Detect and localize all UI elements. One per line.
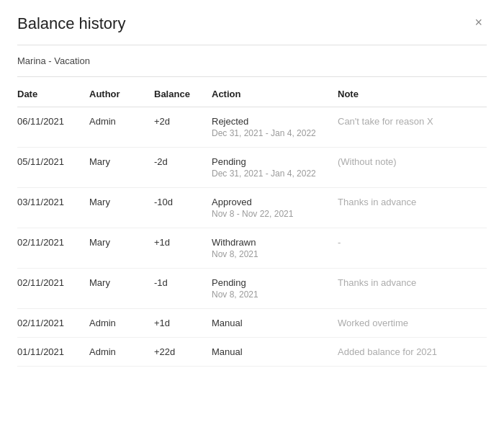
cell-balance: -1d [154, 269, 212, 309]
cell-action: ApprovedNov 8 - Nov 22, 2021 [212, 188, 338, 228]
cell-author: Admin [89, 309, 154, 338]
cell-note: Thanks in advance [338, 269, 487, 309]
balance-table: Date Author Balance Action Note 06/11/20… [17, 80, 487, 367]
cell-date: 06/11/2021 [17, 107, 89, 148]
cell-author: Mary [89, 269, 154, 309]
action-sub: Nov 8, 2021 [212, 289, 332, 300]
cell-action: RejectedDec 31, 2021 - Jan 4, 2022 [212, 107, 338, 148]
cell-note: - [338, 228, 487, 269]
table-row: 03/11/2021Mary-10dApprovedNov 8 - Nov 22… [17, 188, 487, 228]
cell-author: Mary [89, 228, 154, 269]
cell-action: WithdrawnNov 8, 2021 [212, 228, 338, 269]
modal-header: Balance history × [17, 14, 487, 45]
cell-balance: -10d [154, 188, 212, 228]
table-row: 01/11/2021Admin+22dManualAdded balance f… [17, 338, 487, 367]
col-header-author: Author [89, 80, 154, 107]
cell-balance: -2d [154, 148, 212, 188]
col-header-date: Date [17, 80, 89, 107]
cell-balance: +1d [154, 228, 212, 269]
close-button[interactable]: × [470, 14, 487, 30]
cell-date: 02/11/2021 [17, 309, 89, 338]
cell-author: Mary [89, 188, 154, 228]
cell-author: Admin [89, 107, 154, 148]
cell-balance: +2d [154, 107, 212, 148]
cell-note: (Without note) [338, 148, 487, 188]
table-row: 05/11/2021Mary-2dPendingDec 31, 2021 - J… [17, 148, 487, 188]
col-header-balance: Balance [154, 80, 212, 107]
cell-date: 03/11/2021 [17, 188, 89, 228]
cell-author: Admin [89, 338, 154, 367]
cell-note: Thanks in advance [338, 188, 487, 228]
cell-date: 05/11/2021 [17, 148, 89, 188]
cell-action: PendingDec 31, 2021 - Jan 4, 2022 [212, 148, 338, 188]
cell-action: Manual [212, 309, 338, 338]
action-sub: Nov 8 - Nov 22, 2021 [212, 209, 332, 219]
col-header-note: Note [338, 80, 487, 107]
action-main: Pending [212, 156, 332, 167]
modal-title: Balance history [17, 14, 125, 33]
cell-date: 02/11/2021 [17, 269, 89, 309]
action-main: Manual [212, 318, 332, 328]
subtitle: Marina - Vacation [17, 45, 487, 77]
action-sub: Nov 8, 2021 [212, 249, 332, 259]
cell-author: Mary [89, 148, 154, 188]
action-main: Withdrawn [212, 237, 332, 248]
balance-history-modal: Balance history × Marina - Vacation Date… [0, 0, 504, 440]
table-header-row: Date Author Balance Action Note [17, 80, 487, 107]
table-row: 02/11/2021Mary-1dPendingNov 8, 2021Thank… [17, 269, 487, 309]
action-sub: Dec 31, 2021 - Jan 4, 2022 [212, 169, 332, 179]
table-body: 06/11/2021Admin+2dRejectedDec 31, 2021 -… [17, 107, 487, 367]
cell-note: Can't take for reason X [338, 107, 487, 148]
cell-action: Manual [212, 338, 338, 367]
action-main: Rejected [212, 116, 332, 127]
cell-note: Worked overtime [338, 309, 487, 338]
action-main: Manual [212, 346, 332, 357]
table-row: 02/11/2021Mary+1dWithdrawnNov 8, 2021- [17, 228, 487, 269]
table-row: 02/11/2021Admin+1dManualWorked overtime [17, 309, 487, 338]
action-sub: Dec 31, 2021 - Jan 4, 2022 [212, 128, 332, 138]
col-header-action: Action [212, 80, 338, 107]
action-main: Approved [212, 197, 332, 207]
cell-balance: +22d [154, 338, 212, 367]
cell-note: Added balance for 2021 [338, 338, 487, 367]
cell-balance: +1d [154, 309, 212, 338]
action-main: Pending [212, 277, 332, 288]
cell-action: PendingNov 8, 2021 [212, 269, 338, 309]
cell-date: 01/11/2021 [17, 338, 89, 367]
table-row: 06/11/2021Admin+2dRejectedDec 31, 2021 -… [17, 107, 487, 148]
cell-date: 02/11/2021 [17, 228, 89, 269]
